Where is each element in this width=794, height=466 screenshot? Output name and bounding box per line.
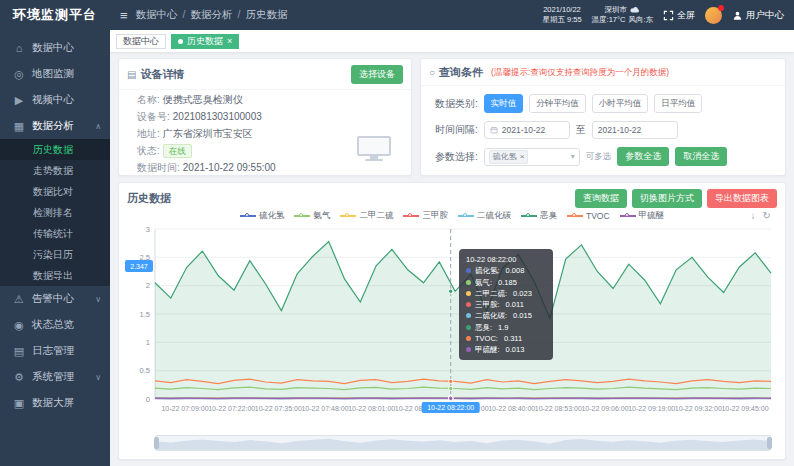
app-screen: 环境监测平台 ≡ 数据中心 / 数据分析 / 历史数据 2021/10/22 星… (0, 0, 794, 466)
data-type-realtime-button[interactable]: 实时值 (484, 94, 524, 113)
device-detail-panel: ▤ 设备详情 选择设备 名称:便携式恶臭检测仪 设备号:202108130310… (118, 58, 412, 176)
sidebar-item-log-management[interactable]: ▤ 日志管理 (0, 338, 110, 364)
field-label: 名称: (137, 94, 160, 105)
fullscreen-icon (663, 10, 674, 21)
sidebar-item-status-overview[interactable]: ◉ 状态总览 (0, 312, 110, 338)
date-range-separator: 至 (576, 123, 586, 137)
legend-label: 硫化氢 (259, 210, 285, 222)
legend-item-h2s[interactable]: 硫化氢 (240, 210, 285, 222)
sidebar-item-alarm-center[interactable]: ⚠ 告警中心 ∨ (0, 286, 110, 312)
fullscreen-label: 全屏 (677, 9, 695, 22)
sidebar-item-system-management[interactable]: ⚙ 系统管理 ∨ (0, 364, 110, 390)
sidebar-item-label: 数据中心 (32, 41, 74, 55)
time-range-label: 时间间隔: (435, 123, 478, 137)
chevron-down-icon: ∨ (95, 373, 101, 382)
select-device-button[interactable]: 选择设备 (351, 65, 403, 84)
switch-chart-mode-button[interactable]: 切换图片方式 (632, 189, 702, 208)
sidebar-item-pollution-calendar[interactable]: 污染日历 (0, 244, 110, 265)
history-chart[interactable]: 32.521.510.5010-22 07:09:0010-22 07:22:0… (125, 223, 781, 429)
query-panel-title: 查询条件 (439, 65, 483, 80)
sidebar-item-transfer-stats[interactable]: 传输统计 (0, 223, 110, 244)
user-icon (732, 10, 743, 21)
sidebar-item-data-export[interactable]: 数据导出 (0, 265, 110, 286)
tags-view-bar: 数据中心 历史数据 × (110, 30, 794, 52)
sidebar-item-label: 污染日历 (33, 248, 73, 262)
datazoom-selection[interactable] (156, 436, 770, 450)
select-all-params-button[interactable]: 参数全选 (617, 147, 669, 166)
field-label: 地址: (137, 128, 160, 139)
breadcrumb: 数据中心 / 数据分析 / 历史数据 (136, 8, 288, 22)
export-chart-button[interactable]: 导出数据图表 (707, 189, 777, 208)
legend-marker (294, 213, 310, 219)
legend-label: TVOC (586, 211, 610, 221)
field-label: 设备号: (137, 111, 170, 122)
sidebar-item-label: 传输统计 (33, 227, 73, 241)
sidebar-item-data-center[interactable]: ⌂ 数据中心 (0, 35, 110, 61)
breadcrumb-item[interactable]: 数据分析 (191, 8, 233, 22)
sidebar-item-label: 视频中心 (32, 93, 74, 107)
svg-text:10-22 08:22:00: 10-22 08:22:00 (427, 404, 474, 411)
top-bar: 环境监测平台 ≡ 数据中心 / 数据分析 / 历史数据 2021/10/22 星… (0, 0, 794, 30)
param-multiselect[interactable]: 硫化氢 × ▾ (484, 148, 580, 166)
download-image-icon[interactable]: ↓ (751, 210, 756, 221)
sidebar-item-label: 数据导出 (33, 269, 73, 283)
svg-text:10-22 09:06:00: 10-22 09:06:00 (581, 405, 628, 412)
circle-icon: ○ (429, 67, 435, 78)
breadcrumb-separator: / (238, 8, 241, 22)
avatar[interactable] (705, 7, 722, 24)
data-type-minute-avg-button[interactable]: 分钟平均值 (529, 94, 586, 113)
fullscreen-button[interactable]: 全屏 (663, 9, 695, 22)
chart-area: 32.521.510.5010-22 07:09:0010-22 07:22:0… (125, 223, 781, 429)
param-selected-tag: 硫化氢 × (489, 150, 529, 164)
sidebar-item-video-center[interactable]: ▶ 视频中心 (0, 87, 110, 113)
end-date-input[interactable]: 2021-10-22 (592, 121, 678, 139)
svg-text:0.5: 0.5 (140, 366, 150, 375)
sidebar: ⌂ 数据中心 ◎ 地图监测 ▶ 视频中心 ▦ 数据分析 ∧ 历史数据 走势数据 … (0, 30, 110, 466)
device-address-value: 广东省深圳市宝安区 (163, 128, 253, 139)
legend-item-nh3[interactable]: 氨气 (294, 210, 330, 222)
sidebar-item-history-data[interactable]: 历史数据 (0, 139, 110, 160)
remove-param-icon[interactable]: × (520, 151, 525, 163)
legend-item-odor[interactable]: 恶臭 (521, 210, 557, 222)
svg-text:1: 1 (146, 338, 150, 347)
legend-item-tvoc[interactable]: TVOC (567, 210, 610, 222)
legend-item-tma[interactable]: 三甲胺 (403, 210, 448, 222)
tab-history-data[interactable]: 历史数据 × (171, 34, 239, 49)
breadcrumb-item[interactable]: 数据中心 (136, 8, 178, 22)
breadcrumb-separator: / (183, 8, 186, 22)
history-data-panel: 历史数据 查询数据 切换图片方式 导出数据图表 ↓ ↻ 硫化氢 氨气 二甲二硫 … (118, 182, 786, 460)
sidebar-item-label: 地图监测 (32, 67, 74, 81)
datazoom-left-handle[interactable] (154, 437, 159, 449)
start-date-input[interactable]: 2021-10-22 (484, 121, 570, 139)
sidebar-item-label: 数据分析 (32, 119, 74, 133)
chart-toolbox: ↓ ↻ (751, 210, 771, 221)
restore-chart-icon[interactable]: ↻ (763, 210, 771, 221)
field-label: 状态: (137, 145, 160, 156)
legend-item-dmds[interactable]: 二甲二硫 (340, 210, 393, 222)
sidebar-item-trend-data[interactable]: 走势数据 (0, 160, 110, 181)
datazoom-slider[interactable] (155, 435, 771, 451)
legend-item-cs2[interactable]: 二硫化碳 (458, 210, 511, 222)
data-type-day-avg-button[interactable]: 日平均值 (654, 94, 702, 113)
sidebar-item-map-monitor[interactable]: ◎ 地图监测 (0, 61, 110, 87)
user-center-button[interactable]: 用户中心 (732, 9, 784, 22)
notification-badge (718, 5, 724, 11)
deselect-all-params-button[interactable]: 取消全选 (675, 147, 727, 166)
tab-data-center[interactable]: 数据中心 (116, 34, 166, 49)
sidebar-item-detect-rank[interactable]: 检测排名 (0, 202, 110, 223)
system-icon: ⚙ (13, 371, 25, 384)
sidebar-item-data-screen[interactable]: ▣ 数据大屏 (0, 390, 110, 416)
legend-item-dms[interactable]: 甲硫醚 (620, 210, 665, 222)
svg-text:2.347: 2.347 (130, 263, 148, 270)
close-icon[interactable]: × (227, 37, 232, 46)
field-label: 数据时间: (137, 162, 180, 173)
sidebar-item-label: 历史数据 (33, 143, 73, 157)
sidebar-item-data-analysis[interactable]: ▦ 数据分析 ∧ (0, 113, 110, 139)
calendar-icon (490, 126, 498, 134)
device-id-row: 设备号:2021081303100003 (119, 107, 411, 124)
query-data-button[interactable]: 查询数据 (575, 189, 627, 208)
hamburger-icon[interactable]: ≡ (120, 8, 128, 23)
datazoom-right-handle[interactable] (767, 437, 772, 449)
data-type-hour-avg-button[interactable]: 小时平均值 (592, 94, 649, 113)
sidebar-item-data-compare[interactable]: 数据比对 (0, 181, 110, 202)
